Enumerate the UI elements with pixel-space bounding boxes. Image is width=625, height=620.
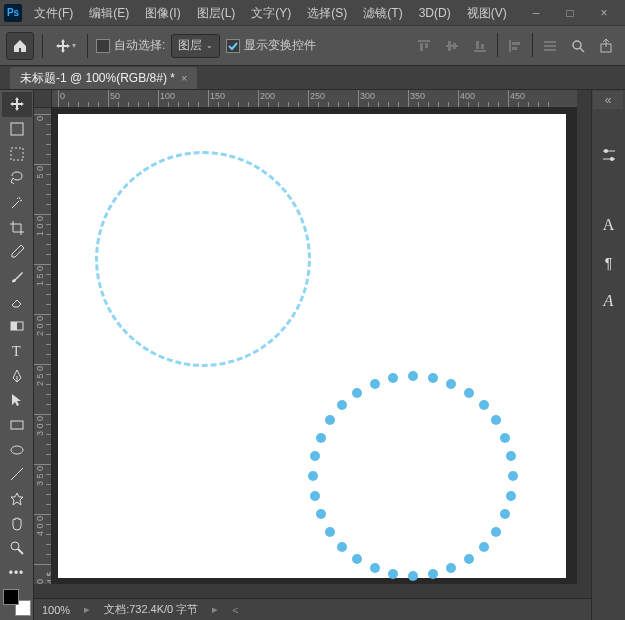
align-left-button[interactable]	[502, 33, 528, 59]
show-transform-checkbox[interactable]	[226, 39, 240, 53]
svg-line-25	[11, 468, 23, 480]
line-tool[interactable]	[2, 462, 32, 487]
panel-paragraph-icon[interactable]: ¶	[596, 250, 622, 276]
gradient-tool[interactable]	[2, 314, 32, 339]
menu-select[interactable]: 选择(S)	[299, 0, 355, 26]
canvas-area: 050100150200250300350400450 05 01 0 01 5…	[34, 90, 591, 620]
artboard-tool[interactable]	[2, 117, 32, 142]
ellipse-tool[interactable]	[2, 437, 32, 462]
type-tool[interactable]: T	[2, 339, 32, 364]
horizontal-scrollbar[interactable]	[52, 584, 577, 598]
show-transform-label: 显示变换控件	[244, 37, 316, 54]
menu-edit[interactable]: 编辑(E)	[81, 0, 137, 26]
auto-select-checkbox[interactable]	[96, 39, 110, 53]
svg-point-15	[573, 41, 581, 49]
home-icon	[12, 38, 28, 54]
rectangle-tool[interactable]	[2, 413, 32, 438]
crop-tool[interactable]	[2, 215, 32, 240]
custom-shape-tool[interactable]	[2, 487, 32, 512]
pen-icon	[9, 368, 25, 384]
menu-filter[interactable]: 滤镜(T)	[355, 0, 410, 26]
lasso-icon	[9, 170, 25, 186]
panel-properties-icon[interactable]	[596, 142, 622, 168]
svg-line-27	[18, 549, 23, 554]
svg-rect-0	[418, 40, 430, 42]
maximize-button[interactable]: □	[553, 0, 587, 26]
distribute-button[interactable]	[537, 33, 563, 59]
eraser-tool[interactable]	[2, 289, 32, 314]
close-button[interactable]: ×	[587, 0, 621, 26]
zoom-field[interactable]: 100%	[42, 604, 70, 616]
horizontal-ruler[interactable]: 050100150200250300350400450	[52, 90, 577, 108]
svg-rect-2	[425, 43, 428, 48]
panel-glyphs-icon[interactable]: A	[596, 288, 622, 314]
search-button[interactable]	[565, 33, 591, 59]
pen-tool[interactable]	[2, 363, 32, 388]
svg-point-26	[11, 542, 19, 550]
type-icon: T	[9, 343, 25, 359]
minimize-button[interactable]: –	[519, 0, 553, 26]
move-tool-indicator[interactable]: ▾	[51, 32, 79, 60]
share-icon	[599, 39, 613, 53]
svg-rect-13	[544, 45, 556, 47]
vertical-scrollbar[interactable]	[577, 108, 591, 584]
document-viewport[interactable]	[52, 108, 577, 584]
menu-3d[interactable]: 3D(D)	[411, 0, 459, 26]
foreground-color[interactable]	[3, 589, 19, 605]
artboard-icon	[9, 121, 25, 137]
options-bar: ▾ 自动选择: 图层 ⌄ 显示变换控件	[0, 26, 625, 66]
zoom-tool[interactable]	[2, 536, 32, 561]
vertical-ruler[interactable]: 05 01 0 01 5 02 0 02 5 03 0 03 5 04 0 04…	[34, 108, 52, 584]
svg-rect-10	[512, 42, 520, 45]
status-bar: 100% ▸ 文档:732.4K/0 字节 ▸ <	[34, 598, 591, 620]
dashed-circle-shape	[95, 151, 311, 367]
align-top-button[interactable]	[411, 33, 437, 59]
align-vcenter-button[interactable]	[439, 33, 465, 59]
menu-type[interactable]: 文字(Y)	[243, 0, 299, 26]
work-area: T ••• 050100150200250300350400450 0	[0, 90, 625, 620]
menu-layer[interactable]: 图层(L)	[189, 0, 244, 26]
edit-toolbar-button[interactable]: •••	[2, 561, 32, 586]
quick-select-tool[interactable]	[2, 191, 32, 216]
menu-view[interactable]: 视图(V)	[459, 0, 515, 26]
svg-point-31	[610, 157, 614, 161]
svg-rect-21	[11, 322, 17, 330]
target-dropdown[interactable]: 图层 ⌄	[171, 34, 220, 58]
zoom-icon	[9, 540, 25, 556]
panel-character-icon[interactable]: A	[596, 212, 622, 238]
svg-rect-23	[11, 421, 23, 429]
menu-image[interactable]: 图像(I)	[137, 0, 188, 26]
move-icon	[55, 38, 71, 54]
hand-tool[interactable]	[2, 511, 32, 536]
right-panels: « A ¶ A	[591, 90, 625, 620]
menu-file[interactable]: 文件(F)	[26, 0, 81, 26]
home-button[interactable]	[6, 32, 34, 60]
svg-point-24	[11, 446, 23, 454]
document-tab[interactable]: 未标题-1 @ 100%(RGB/8#) * ×	[10, 67, 197, 89]
expand-panels-button[interactable]: «	[593, 91, 623, 109]
marquee-icon	[9, 146, 25, 162]
move-tool[interactable]	[2, 92, 32, 117]
align-bottom-button[interactable]	[467, 33, 493, 59]
color-swatches[interactable]	[3, 589, 31, 616]
lasso-tool[interactable]	[2, 166, 32, 191]
eyedropper-tool[interactable]	[2, 240, 32, 265]
auto-select-option[interactable]: 自动选择:	[96, 37, 165, 54]
document-tab-bar: 未标题-1 @ 100%(RGB/8#) * ×	[0, 66, 625, 90]
ruler-corner[interactable]	[34, 90, 52, 108]
marquee-tool[interactable]	[2, 141, 32, 166]
document-canvas[interactable]	[58, 114, 566, 578]
close-tab-button[interactable]: ×	[181, 72, 187, 84]
svg-rect-11	[512, 47, 517, 50]
svg-rect-9	[509, 40, 511, 52]
share-button[interactable]	[593, 33, 619, 59]
crop-icon	[9, 220, 25, 236]
show-transform-option[interactable]: 显示变换控件	[226, 37, 316, 54]
eraser-icon	[9, 294, 25, 310]
path-select-tool[interactable]	[2, 388, 32, 413]
search-icon	[571, 39, 585, 53]
svg-rect-14	[544, 49, 556, 51]
brush-tool[interactable]	[2, 265, 32, 290]
star-icon	[9, 491, 25, 507]
doc-info[interactable]: 文档:732.4K/0 字节	[104, 602, 198, 617]
